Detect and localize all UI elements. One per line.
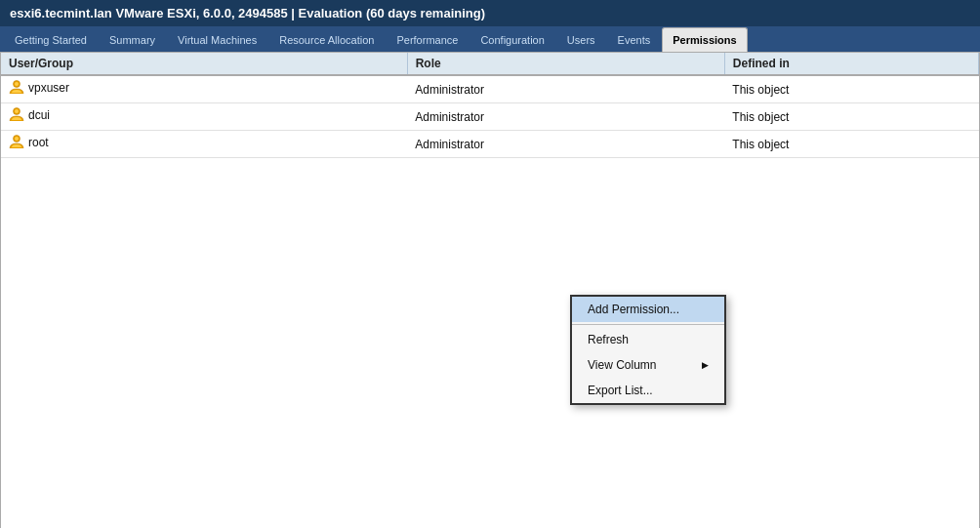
- svg-point-3: [15, 109, 19, 113]
- user-cell-1: dcui: [1, 103, 407, 131]
- content-area: User/Group Role Defined in vpxuser Admin…: [0, 52, 980, 528]
- col-header-user: User/Group: [1, 53, 407, 75]
- role-cell-0: Administrator: [407, 75, 724, 103]
- defined-cell-1: This object: [724, 103, 978, 131]
- table-row[interactable]: vpxuser AdministratorThis object: [1, 75, 979, 103]
- table-header-row: User/Group Role Defined in: [1, 53, 979, 75]
- user-icon: [9, 106, 24, 122]
- svg-point-1: [15, 82, 19, 86]
- title-bar: esxi6.tecmint.lan VMware ESXi, 6.0.0, 24…: [0, 0, 980, 26]
- permissions-table: User/Group Role Defined in vpxuser Admin…: [1, 53, 979, 158]
- defined-cell-2: This object: [724, 131, 978, 158]
- tab-performance[interactable]: Performance: [386, 27, 469, 52]
- context-menu-item-add-permission[interactable]: Add Permission...: [572, 297, 724, 322]
- col-header-defined: Defined in: [724, 53, 978, 75]
- table-row[interactable]: dcui AdministratorThis object: [1, 103, 979, 131]
- user-cell-2: root: [1, 131, 407, 158]
- tab-permissions[interactable]: Permissions: [662, 27, 747, 52]
- title-text: esxi6.tecmint.lan VMware ESXi, 6.0.0, 24…: [10, 6, 485, 20]
- col-header-role: Role: [407, 53, 724, 75]
- tab-summary[interactable]: Summary: [99, 27, 166, 52]
- tab-resource-allocation[interactable]: Resource Allocation: [268, 27, 385, 52]
- role-cell-1: Administrator: [407, 103, 724, 131]
- context-menu-item-refresh[interactable]: Refresh: [572, 327, 724, 352]
- context-menu-separator: [572, 324, 724, 325]
- user-icon: [9, 134, 24, 149]
- tab-virtual-machines[interactable]: Virtual Machines: [167, 27, 267, 52]
- tab-configuration[interactable]: Configuration: [470, 27, 554, 52]
- tab-bar: Getting StartedSummaryVirtual MachinesRe…: [0, 26, 980, 52]
- context-menu: Add Permission...RefreshView ColumnExpor…: [570, 295, 726, 405]
- tab-users[interactable]: Users: [556, 27, 606, 52]
- context-menu-item-export-list[interactable]: Export List...: [572, 378, 724, 403]
- context-menu-item-view-column[interactable]: View Column: [572, 352, 724, 378]
- table-row[interactable]: root AdministratorThis object: [1, 131, 979, 158]
- tab-getting-started[interactable]: Getting Started: [4, 27, 98, 52]
- user-cell-0: vpxuser: [1, 75, 407, 103]
- tab-events[interactable]: Events: [607, 27, 662, 52]
- defined-cell-0: This object: [724, 75, 978, 103]
- role-cell-2: Administrator: [407, 131, 724, 158]
- user-icon: [9, 79, 24, 95]
- svg-point-5: [15, 137, 19, 141]
